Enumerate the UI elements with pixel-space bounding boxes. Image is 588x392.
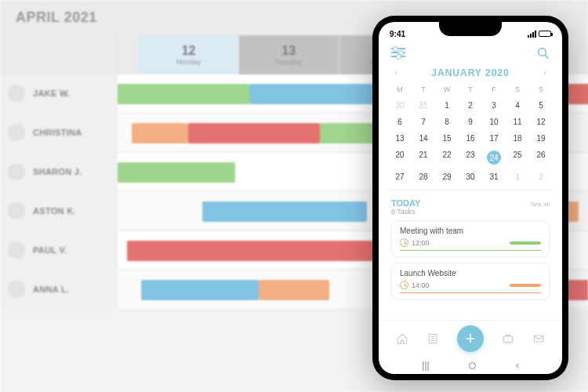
add-button[interactable]: + [457, 325, 484, 352]
next-month-icon[interactable]: › [543, 67, 546, 78]
date-col-12[interactable]: 12 Monday [138, 35, 238, 74]
cal-day[interactable]: 1 [506, 169, 529, 185]
signal-icon [528, 31, 536, 38]
clock-icon [400, 238, 408, 247]
cal-day[interactable]: 3 [482, 97, 506, 114]
svg-line-1 [545, 55, 548, 58]
cal-day[interactable]: 9 [459, 114, 482, 130]
cal-day[interactable]: 17 [482, 130, 506, 147]
prev-month-icon[interactable]: ‹ [394, 67, 397, 78]
phone-mockup: 9:41 ‹ JANUARY 2020 › M T W T F [372, 16, 568, 380]
today-section: TODAY 8 Tasks See all Meeting with team … [379, 195, 562, 320]
cal-day[interactable]: 19 [529, 130, 553, 147]
cal-day[interactable]: 31 [412, 97, 435, 114]
cal-day[interactable]: 18 [506, 130, 529, 147]
cal-day-selected[interactable]: 24 [482, 147, 506, 169]
filter-icon[interactable] [391, 47, 405, 58]
cal-day[interactable]: 20 [388, 147, 412, 169]
mail-icon[interactable] [532, 332, 546, 346]
task-bar[interactable] [188, 123, 320, 143]
task-title: Launch Website [400, 269, 541, 278]
cal-day[interactable]: 30 [459, 169, 482, 185]
clock-icon [400, 281, 408, 289]
cal-day[interactable]: 2 [529, 169, 553, 185]
avatar [8, 281, 25, 298]
avatar [8, 241, 25, 259]
cal-day[interactable]: 2 [459, 97, 482, 114]
task-bar[interactable] [141, 280, 259, 300]
cal-day[interactable]: 5 [529, 97, 553, 114]
avatar [8, 202, 25, 220]
list-icon[interactable] [426, 332, 440, 346]
cal-day[interactable]: 21 [412, 147, 435, 169]
calendar-grid: M T W T F S S 303112345 6789101112 13141… [379, 82, 562, 185]
cal-day[interactable]: 23 [459, 147, 482, 169]
task-bar[interactable] [118, 162, 235, 183]
avatar [8, 124, 25, 141]
cal-day[interactable]: 6 [388, 114, 412, 130]
cal-day[interactable]: 14 [412, 130, 435, 147]
task-progress [510, 241, 541, 245]
today-label: TODAY [391, 198, 420, 208]
cal-day[interactable]: 13 [388, 130, 412, 147]
cal-day[interactable]: 27 [388, 169, 412, 185]
gantt-title: APRIL 2021 [16, 9, 97, 26]
cal-day[interactable]: 11 [506, 114, 529, 130]
briefcase-icon[interactable] [501, 332, 515, 346]
android-nav-bar: ||| ‹ [379, 355, 562, 374]
cal-day[interactable]: 30 [388, 97, 412, 114]
status-time: 9:41 [390, 30, 405, 38]
task-bar[interactable] [132, 123, 188, 143]
cal-day[interactable]: 29 [435, 169, 459, 185]
cal-day[interactable]: 15 [435, 130, 459, 147]
phone-notch [439, 22, 502, 36]
task-count: 8 Tasks [391, 208, 420, 216]
cal-day[interactable]: 22 [435, 147, 459, 169]
task-bar[interactable] [259, 280, 329, 300]
back-button[interactable]: ‹ [516, 360, 519, 371]
task-card[interactable]: Launch Website 14:00 [391, 263, 550, 299]
cal-day[interactable]: 7 [412, 114, 435, 130]
battery-icon [539, 31, 551, 37]
home-icon[interactable] [395, 332, 409, 346]
svg-point-0 [539, 49, 546, 56]
cal-day[interactable]: 8 [435, 114, 459, 130]
task-bar[interactable] [118, 84, 249, 104]
recent-apps-button[interactable]: ||| [422, 360, 429, 371]
cal-day[interactable]: 4 [506, 97, 529, 114]
home-button[interactable] [469, 362, 476, 369]
task-card[interactable]: Meeting with team 12:00 [391, 220, 550, 257]
task-bar[interactable] [127, 241, 386, 261]
bottom-nav: + [379, 320, 562, 355]
cal-day[interactable]: 25 [506, 147, 529, 169]
search-icon[interactable] [537, 47, 550, 60]
svg-rect-7 [535, 336, 543, 342]
cal-day[interactable]: 16 [459, 130, 482, 147]
task-title: Meeting with team [400, 227, 541, 235]
task-bar[interactable] [202, 201, 367, 222]
date-col-13[interactable]: 13 Tuesday [238, 35, 339, 74]
see-all-link[interactable]: See all [531, 201, 550, 208]
cal-day[interactable]: 31 [482, 169, 506, 185]
cal-day[interactable]: 12 [529, 114, 553, 130]
cal-day[interactable]: 26 [529, 147, 553, 169]
cal-day[interactable]: 1 [435, 97, 459, 114]
avatar [8, 163, 25, 180]
calendar-nav: ‹ JANUARY 2020 › [379, 61, 562, 82]
calendar-month-title: JANUARY 2020 [431, 67, 509, 78]
avatar [8, 85, 25, 102]
cal-day[interactable]: 28 [412, 169, 435, 185]
svg-rect-6 [503, 336, 512, 343]
cal-day[interactable]: 10 [482, 114, 506, 130]
task-progress [510, 284, 541, 287]
